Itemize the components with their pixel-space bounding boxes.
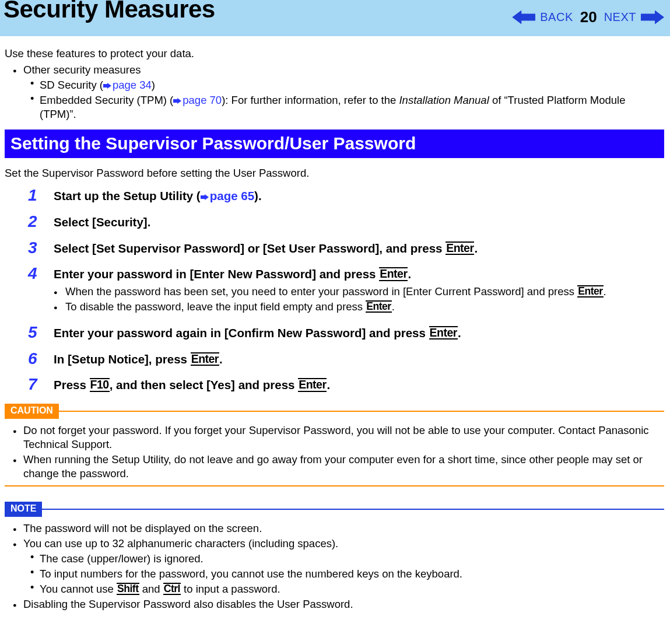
back-arrow-icon[interactable] [512,10,535,24]
link-arrow-icon [201,194,209,200]
step-1: 1 Start up the Setup Utility (page 65). [28,188,664,204]
text: Start up the Setup Utility ( [54,189,201,202]
step-number: 4 [28,265,54,282]
text: and [139,583,163,595]
text: Press [54,378,90,391]
text: SD Security ( [40,79,103,91]
note-sub-3: You cannot use Shift and Ctrl to input a… [30,582,664,596]
key-enter: Enter [577,285,603,298]
page-title: Security Measures [3,0,215,23]
note-item-1: The password will not be displayed on th… [13,522,664,536]
note-sub-1: The case (upper/lower) is ignored. [30,552,664,566]
key-enter: Enter [366,300,391,313]
note-block: NOTE The password will not be displayed … [5,502,664,611]
text: ): For further information, refer to the [222,94,399,106]
note-label: NOTE [5,502,42,517]
svg-marker-0 [103,83,111,89]
text: . [458,326,461,340]
page-link-65[interactable]: page 65 [210,189,254,202]
key-enter: Enter [191,352,219,366]
installation-manual-ref: Installation Manual [399,94,489,106]
page-number: 20 [580,8,597,26]
key-enter: Enter [379,267,408,281]
key-enter: Enter [446,242,474,255]
caution-label: CAUTION [5,404,59,419]
text: Enter your password in [Enter New Passwo… [54,267,379,281]
svg-marker-1 [173,98,181,104]
page-link-70[interactable]: page 70 [183,94,222,106]
caution-end-rule [5,485,664,487]
text: to input a password. [181,583,280,595]
intro-bullet-main: Other security measures SD Security (pag… [13,63,664,121]
caution-rule [59,411,664,412]
step-4-sub-2: To disable the password, leave the input… [54,300,664,314]
step-4: 4 Enter your password in [Enter New Pass… [28,267,664,315]
intro-bullet-main-label: Other security measures [23,64,141,76]
next-button[interactable]: NEXT [604,10,636,24]
text: . [604,285,606,298]
intro-sub-sd-security: SD Security (page 34) [30,78,664,92]
step-2: 2 Select [Security]. [28,215,664,230]
nav-cluster: BACK 20 NEXT [512,8,664,26]
text: . [219,352,223,366]
intro-text: Use these features to protect your data. [5,47,664,61]
step-number: 1 [28,187,54,204]
step-4-sub-1: When the password has been set, you need… [54,285,664,299]
text: , and then select [Yes] and press [110,378,299,391]
key-enter: Enter [429,326,458,340]
caution-item-2: When running the Setup Utility, do not l… [13,453,664,481]
text: . [392,300,395,313]
text: Enter your password again in [Confirm Ne… [54,326,429,340]
steps-list: 1 Start up the Setup Utility (page 65). … [28,188,664,393]
step-number: 6 [28,351,54,367]
note-item-2: You can use up to 32 alphanumeric charac… [13,537,664,596]
header-band: Security Measures BACK 20 NEXT [0,0,670,36]
note-sub-2: To input numbers for the password, you c… [30,567,664,581]
text: To disable the password, leave the input… [65,300,366,313]
link-arrow-icon [103,83,111,89]
text: Embedded Security (TPM) ( [40,94,173,106]
step-number: 5 [28,324,54,341]
step-5: 5 Enter your password again in [Confirm … [28,326,664,341]
content-body: Use these features to protect your data.… [0,36,670,626]
step-number: 7 [28,376,54,393]
step-title: Select [Security]. [54,215,150,229]
page-link-34[interactable]: page 34 [113,79,152,91]
section-banner: Setting the Supervisor Password/User Pas… [5,130,664,158]
text: . [474,242,478,255]
text: ) [152,79,155,91]
intro-sub-tpm: Embedded Security (TPM) (page 70): For f… [30,93,664,121]
text: You can use up to 32 alphanumeric charac… [23,537,338,550]
key-shift: Shift [117,583,139,596]
svg-marker-2 [201,194,209,200]
key-f10: F10 [90,378,110,391]
next-arrow-icon[interactable] [641,10,664,24]
note-item-3: Disabling the Supervisor Password also d… [13,597,664,611]
text: When the password has been set, you need… [65,285,577,298]
back-button[interactable]: BACK [540,10,573,24]
step-3: 3 Select [Set Supervisor Password] or [S… [28,241,664,257]
note-rule [42,509,664,510]
text: Select [Set Supervisor Password] or [Set… [54,242,446,255]
key-enter: Enter [298,378,327,391]
step-number: 2 [28,214,54,230]
key-ctrl: Ctrl [163,583,181,596]
text: ). [254,189,262,202]
step-7: 7 Press F10, and then select [Yes] and p… [28,377,664,393]
step-number: 3 [28,240,54,256]
step-6: 6 In [Setup Notice], press Enter. [28,352,664,368]
text: . [408,267,411,281]
caution-block: CAUTION Do not forget your password. If … [5,404,664,487]
link-arrow-icon [173,98,181,104]
text: In [Setup Notice], press [54,352,191,366]
text: You cannot use [40,583,117,595]
section-intro: Set the Supervisor Password before setti… [5,166,664,180]
caution-item-1: Do not forget your password. If you forg… [13,424,664,452]
text: . [327,378,330,391]
